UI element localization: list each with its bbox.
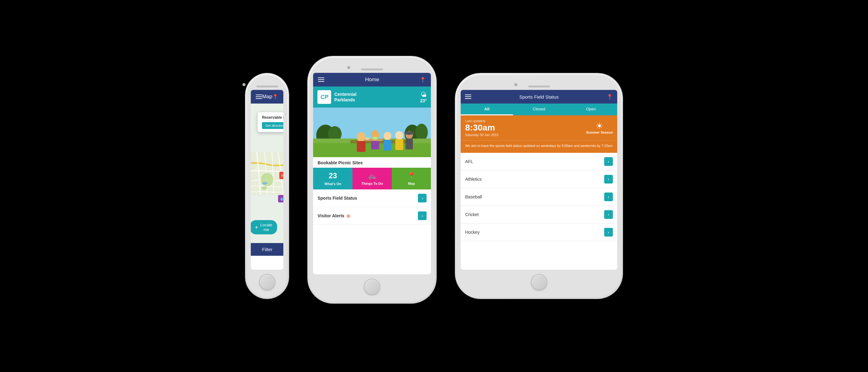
map-tile-label: Map bbox=[408, 182, 415, 185]
location-icon[interactable]: 📍 bbox=[272, 94, 278, 100]
cricket-chevron[interactable]: › bbox=[604, 210, 613, 219]
athletics-label: Athletics bbox=[465, 177, 482, 182]
svg-point-24 bbox=[384, 132, 391, 141]
sports-screen: Sports Field Status 📍 All Closed Open bbox=[461, 90, 617, 270]
home-hamburger-menu[interactable] bbox=[318, 78, 324, 82]
marker-red-2[interactable]: 🍽 bbox=[279, 172, 283, 179]
afl-chevron[interactable]: › bbox=[604, 157, 613, 166]
get-directions-button[interactable]: Get directions bbox=[262, 122, 283, 129]
baseball-label: Baseball bbox=[465, 194, 482, 199]
picnic-image bbox=[313, 107, 431, 157]
map-area: Jersey Rd Centennial Parklands Alison Rd… bbox=[251, 103, 283, 243]
athletics-row[interactable]: Athletics › bbox=[461, 170, 617, 188]
svg-point-33 bbox=[372, 137, 378, 140]
athletics-chevron[interactable]: › bbox=[604, 175, 613, 184]
home-title: Home bbox=[365, 76, 379, 83]
svg-rect-27 bbox=[395, 139, 403, 150]
svg-point-15 bbox=[415, 124, 428, 141]
svg-text:Woollahra: Woollahra bbox=[253, 164, 256, 165]
svg-text:Jersey Rd: Jersey Rd bbox=[252, 161, 255, 162]
svg-text:Queens: Queens bbox=[252, 168, 254, 168]
bookable-title: Bookable Picnic Sites bbox=[317, 160, 427, 165]
map-tile-icon: 📍 bbox=[407, 172, 416, 180]
svg-text:Centennial: Centennial bbox=[270, 161, 273, 162]
status-banner: Last updated: 8:30am Saturday 30 Jan 201… bbox=[461, 115, 617, 141]
svg-rect-25 bbox=[384, 140, 391, 151]
map-tile[interactable]: 📍 Map bbox=[392, 168, 431, 189]
hockey-row[interactable]: Hockey › bbox=[461, 223, 617, 241]
home-location-icon[interactable]: 📍 bbox=[420, 77, 426, 83]
svg-point-32 bbox=[365, 137, 370, 140]
baseball-chevron[interactable]: › bbox=[604, 192, 613, 201]
svg-point-26 bbox=[395, 131, 403, 140]
svg-text:Alison Rd: Alison Rd bbox=[252, 179, 254, 180]
earpiece-2 bbox=[361, 68, 383, 70]
weather-area: 🌤 23° bbox=[420, 91, 427, 103]
visitor-alerts-row[interactable]: Visitor Alerts ⊕ › bbox=[313, 207, 431, 225]
svg-point-3 bbox=[262, 182, 268, 185]
last-updated-label: Last updated: bbox=[465, 119, 582, 123]
sf-hamburger-menu[interactable] bbox=[465, 95, 471, 99]
tab-open[interactable]: Open bbox=[565, 103, 617, 115]
park-name-2: Parklands bbox=[334, 97, 356, 103]
phones-container: Map 📍 bbox=[0, 0, 868, 372]
phone-3: Sports Field Status 📍 All Closed Open bbox=[455, 73, 622, 299]
status-time: 8:30am bbox=[465, 123, 582, 132]
things-label: Things To Do bbox=[362, 182, 383, 185]
tab-all[interactable]: All bbox=[461, 103, 513, 115]
afl-label: AFL bbox=[465, 159, 473, 164]
park-name-1: Centennial bbox=[334, 91, 356, 97]
map-popup: Reservable Picnic Site Get directions Ho… bbox=[258, 112, 283, 132]
status-date: Saturday 30 Jan 2015 bbox=[465, 133, 582, 137]
things-to-do-tile[interactable]: 🚲 Things To Do bbox=[352, 168, 392, 189]
phone-1: Map 📍 bbox=[245, 73, 289, 299]
cricket-label: Cricket bbox=[465, 212, 478, 217]
front-camera-1 bbox=[242, 83, 246, 86]
season-text: Summer Season bbox=[586, 130, 613, 134]
quick-tiles: 23 What's On 🚲 Things To Do 📍 Map bbox=[313, 168, 431, 189]
home-button-1[interactable] bbox=[259, 274, 275, 290]
hamburger-menu[interactable] bbox=[256, 95, 262, 99]
sports-field-row[interactable]: Sports Field Status › bbox=[313, 189, 431, 207]
visitor-alerts-label: Visitor Alerts bbox=[317, 213, 344, 218]
svg-text:Parklands: Parklands bbox=[275, 164, 277, 164]
sf-header: Sports Field Status 📍 bbox=[461, 90, 617, 103]
locate-me-button[interactable]: ✈ Locate me bbox=[251, 220, 277, 235]
home-header: Home 📍 bbox=[313, 73, 431, 87]
svg-rect-21 bbox=[357, 141, 366, 152]
map-header: Map 📍 bbox=[251, 90, 283, 103]
filter-bar[interactable]: Filter bbox=[251, 243, 283, 256]
afl-row[interactable]: AFL › bbox=[461, 153, 617, 170]
svg-text:Alison Rd: Alison Rd bbox=[258, 195, 261, 196]
svg-rect-30 bbox=[405, 138, 413, 149]
baseball-row[interactable]: Baseball › bbox=[461, 188, 617, 206]
map-title: Map bbox=[262, 94, 272, 100]
weather-icon: 🌤 bbox=[421, 91, 427, 98]
sports-chevron[interactable]: › bbox=[418, 194, 427, 203]
svg-point-29 bbox=[404, 131, 414, 135]
temperature: 23° bbox=[420, 98, 427, 103]
info-text: We aim to have the sports field status u… bbox=[461, 141, 617, 153]
visitor-chevron[interactable]: › bbox=[418, 211, 427, 220]
home-button-2[interactable] bbox=[364, 279, 380, 295]
front-camera-3 bbox=[514, 83, 517, 86]
earpiece-1 bbox=[256, 86, 278, 87]
sports-field-label: Sports Field Status bbox=[317, 196, 357, 200]
tab-closed[interactable]: Closed bbox=[513, 103, 565, 115]
filter-tabs: All Closed Open bbox=[461, 103, 617, 115]
alert-icon: ⊕ bbox=[346, 213, 350, 219]
hockey-chevron[interactable]: › bbox=[604, 228, 613, 237]
svg-point-2 bbox=[261, 186, 267, 190]
sun-icon: ☀ bbox=[595, 122, 603, 130]
sf-title: Sports Field Status bbox=[519, 94, 559, 99]
marker-purple[interactable]: 💧 bbox=[278, 195, 283, 203]
sf-location-icon[interactable]: 📍 bbox=[607, 94, 613, 100]
bookable-section: Bookable Picnic Sites bbox=[313, 157, 431, 168]
cricket-row[interactable]: Cricket › bbox=[461, 206, 617, 223]
whats-on-label: What's On bbox=[324, 182, 341, 186]
hockey-label: Hockey bbox=[465, 230, 479, 235]
whats-on-tile[interactable]: 23 What's On bbox=[313, 168, 352, 189]
brand-bar: CP Centennial Parklands 🌤 23° bbox=[313, 87, 431, 107]
home-button-3[interactable] bbox=[531, 274, 547, 290]
whats-on-number: 23 bbox=[329, 172, 337, 180]
